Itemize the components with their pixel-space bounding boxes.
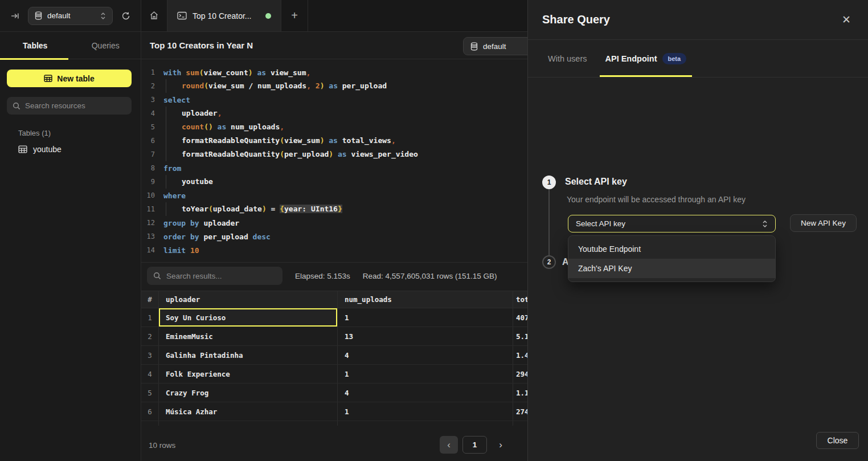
- beta-badge: beta: [662, 53, 687, 64]
- search-icon: [13, 102, 21, 110]
- line-number: 3: [141, 96, 155, 104]
- refresh-icon[interactable]: [118, 8, 134, 24]
- home-button[interactable]: [141, 0, 167, 31]
- step-2-indicator: 2: [542, 255, 556, 269]
- step-1-indicator: 1: [542, 176, 556, 189]
- sidebar: default Tables Queries New table: [0, 0, 141, 461]
- column-header[interactable]: #: [141, 291, 159, 308]
- sidebar-tab-tables[interactable]: Tables: [0, 32, 71, 59]
- table-cell[interactable]: 13: [338, 327, 513, 345]
- table-cell[interactable]: 4: [338, 346, 513, 364]
- table-cell[interactable]: Música Azhar: [159, 402, 338, 421]
- tab-api-endpoint[interactable]: API Endpoint beta: [600, 40, 693, 77]
- database-icon: [35, 11, 42, 20]
- api-key-option[interactable]: Zach's API Key: [568, 259, 775, 278]
- tab-with-users[interactable]: With users: [542, 40, 593, 77]
- tab-api-endpoint-label: API Endpoint: [605, 54, 657, 63]
- search-icon: [153, 272, 161, 280]
- new-tab-button[interactable]: +: [281, 0, 308, 31]
- results-search-input[interactable]: Search results...: [147, 267, 282, 285]
- table-grid-icon: [44, 75, 52, 82]
- step-2-title-clipped: A: [562, 257, 568, 267]
- home-icon: [149, 11, 159, 21]
- current-page-button[interactable]: 1: [462, 436, 487, 454]
- table-cell[interactable]: Soy Un Curioso: [159, 308, 338, 327]
- close-button[interactable]: Close: [816, 432, 859, 449]
- code-text: where: [163, 191, 186, 200]
- prev-page-button[interactable]: ‹: [440, 436, 458, 454]
- query-tab[interactable]: Top 10 Creator...: [167, 0, 281, 31]
- row-number: 6: [141, 402, 159, 421]
- database-selector-label: default: [47, 11, 95, 20]
- api-key-select-value: Select API key: [576, 219, 762, 228]
- column-header[interactable]: num_uploads: [338, 291, 513, 308]
- line-number: 9: [141, 178, 155, 186]
- next-page-button[interactable]: ›: [492, 436, 510, 454]
- active-tab-underline: [0, 58, 68, 60]
- step-1-title: Select API key: [565, 177, 627, 187]
- editor-database-label: default: [483, 42, 506, 51]
- row-number: 5: [141, 384, 159, 402]
- new-api-key-button[interactable]: New API Key: [790, 214, 857, 232]
- table-cell[interactable]: 4: [338, 384, 513, 402]
- database-icon: [470, 42, 478, 51]
- share-panel-body: 1 2 Select API key Your endpoint will be…: [528, 77, 868, 421]
- row-number: 3: [141, 346, 159, 364]
- code-text: count() as num_uploads,: [163, 120, 284, 134]
- column-header[interactable]: uploader: [159, 291, 338, 308]
- terminal-icon: [177, 11, 187, 20]
- code-text: select: [163, 96, 190, 104]
- sidebar-header: default: [0, 0, 141, 32]
- share-query-panel: Share Query ✕ With users API Endpoint be…: [527, 0, 868, 461]
- line-number: 1: [141, 68, 155, 76]
- query-title: Top 10 Creators in Year N: [150, 40, 253, 50]
- new-table-button[interactable]: New table: [7, 70, 132, 87]
- elapsed-stat: Elapsed: 5.153s: [295, 272, 350, 280]
- sidebar-tabs: Tables Queries: [0, 32, 141, 59]
- line-number: 14: [141, 246, 155, 254]
- code-text: formatReadableQuantity(view_sum) as tota…: [163, 134, 396, 148]
- api-key-dropdown: Youtube EndpointZach's API Key: [568, 235, 776, 282]
- table-item-label: youtube: [33, 145, 62, 154]
- new-table-label: New table: [57, 74, 94, 83]
- step-1-description: Your endpoint will be accessed through a…: [567, 195, 746, 204]
- row-number: 1: [141, 308, 159, 327]
- code-text: round(view_sum / num_uploads, 2) as per_…: [163, 79, 387, 93]
- table-cell[interactable]: 1: [338, 365, 513, 383]
- code-text: limit 10: [163, 246, 199, 255]
- row-count-label: 10 rows: [149, 441, 175, 450]
- table-cell[interactable]: 1: [338, 402, 513, 421]
- unsaved-dot-icon: [265, 13, 271, 19]
- sidebar-search-input[interactable]: Search resources: [7, 97, 132, 115]
- database-selector[interactable]: default: [28, 7, 113, 25]
- line-number: 12: [141, 219, 155, 227]
- results-search-placeholder: Search results...: [166, 272, 222, 280]
- table-cell[interactable]: Folk Experience: [159, 365, 338, 383]
- line-number: 6: [141, 137, 155, 145]
- sidebar-item-youtube[interactable]: youtube: [18, 145, 141, 154]
- line-number: 8: [141, 164, 155, 172]
- pagination: ‹ 1 ›: [440, 436, 510, 454]
- sidebar-tab-queries[interactable]: Queries: [71, 32, 141, 59]
- code-text: order by per_upload desc: [163, 232, 271, 241]
- chevron-up-down-icon: [100, 12, 106, 20]
- line-number: 10: [141, 191, 155, 199]
- line-number: 2: [141, 82, 155, 90]
- row-number: 2: [141, 327, 159, 345]
- table-cell[interactable]: Crazy Frog: [159, 384, 338, 402]
- line-number: 4: [141, 109, 155, 117]
- line-number: 13: [141, 232, 155, 240]
- table-cell[interactable]: 1: [338, 308, 513, 327]
- read-stat: Read: 4,557,605,031 rows (151.15 GB): [363, 272, 497, 280]
- api-key-option[interactable]: Youtube Endpoint: [568, 239, 775, 259]
- share-panel-tabs: With users API Endpoint beta: [528, 40, 868, 77]
- table-cell[interactable]: Galinha Pintadinha: [159, 346, 338, 364]
- line-number: 11: [141, 205, 155, 213]
- code-text: from: [163, 164, 181, 173]
- table-grid-icon: [18, 145, 27, 153]
- row-number: 4: [141, 365, 159, 383]
- close-icon[interactable]: ✕: [842, 14, 851, 25]
- collapse-sidebar-icon[interactable]: [7, 8, 23, 24]
- table-cell[interactable]: EminemMusic: [159, 327, 338, 345]
- api-key-select[interactable]: Select API key: [568, 215, 776, 232]
